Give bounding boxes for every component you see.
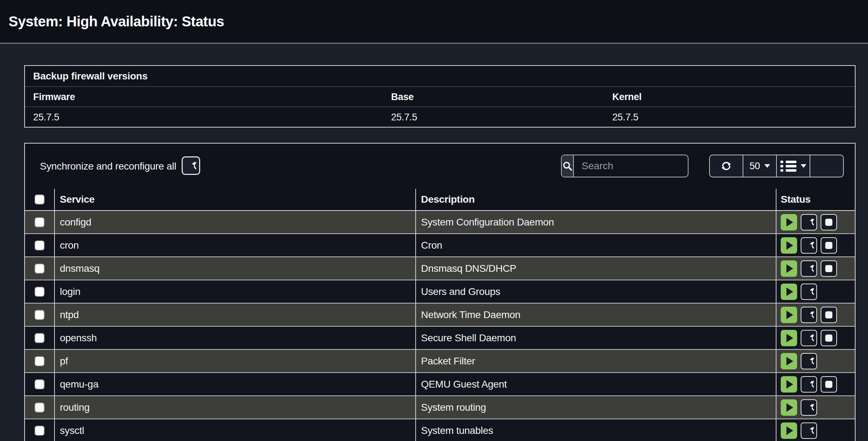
stop-button[interactable]	[821, 214, 837, 230]
start-button[interactable]	[781, 237, 797, 254]
start-button[interactable]	[781, 399, 797, 416]
table-row: cron Cron	[25, 234, 855, 257]
play-icon	[786, 241, 793, 250]
service-name: qemu-ga	[55, 373, 416, 395]
restart-button[interactable]	[801, 284, 817, 300]
service-description: Secure Shell Daemon	[416, 327, 776, 349]
col-header-service: Service	[55, 189, 416, 210]
sync-all-button[interactable]	[182, 156, 200, 175]
versions-col-kernel: Kernel	[612, 91, 641, 102]
row-checkbox[interactable]	[35, 264, 45, 274]
column-selector-dropdown[interactable]	[776, 155, 810, 177]
table-row: configd System Configuration Daemon	[25, 211, 855, 234]
service-description: System routing	[416, 396, 776, 419]
stop-button[interactable]	[821, 376, 837, 393]
row-checkbox[interactable]	[35, 240, 45, 250]
row-checkbox[interactable]	[35, 287, 45, 297]
stop-button[interactable]	[821, 237, 837, 254]
service-status-actions	[776, 257, 855, 280]
restart-button[interactable]	[801, 399, 817, 416]
caret-down-icon	[764, 164, 770, 168]
start-button[interactable]	[781, 422, 797, 439]
restart-button[interactable]	[801, 307, 817, 323]
service-description: Packet Filter	[416, 350, 776, 372]
row-checkbox[interactable]	[35, 310, 45, 320]
play-icon	[786, 264, 793, 273]
start-button[interactable]	[781, 376, 797, 393]
page-header: System: High Availability: Status	[0, 0, 868, 44]
service-status-actions	[776, 396, 855, 419]
reload-table-button[interactable]	[710, 155, 743, 177]
row-checkbox[interactable]	[35, 333, 45, 343]
versions-panel-title: Backup firewall versions	[25, 71, 147, 82]
service-status-actions	[776, 234, 855, 256]
service-name: sysctl	[55, 419, 416, 441]
start-button[interactable]	[781, 284, 797, 300]
service-description: System Configuration Daemon	[416, 211, 776, 233]
rotate-right-icon	[804, 217, 814, 227]
versions-col-firmware: Firmware	[33, 91, 75, 102]
row-checkbox-cell	[25, 280, 55, 303]
services-toolbar: Synchronize and reconfigure all	[25, 144, 855, 189]
col-header-description: Description	[416, 189, 776, 210]
stop-button[interactable]	[821, 307, 837, 323]
start-button[interactable]	[781, 330, 797, 346]
row-checkbox-cell	[25, 234, 55, 256]
restart-button[interactable]	[801, 214, 817, 230]
search-input[interactable]	[574, 155, 688, 177]
service-description: Dnsmasq DNS/DHCP	[416, 257, 776, 280]
select-all-checkbox[interactable]	[35, 194, 45, 204]
rotate-right-icon	[804, 426, 814, 435]
restart-button[interactable]	[801, 422, 817, 439]
play-icon	[786, 380, 793, 389]
rotate-right-icon	[804, 333, 814, 343]
play-icon	[786, 357, 793, 365]
services-table: Service Description Status configd Syste…	[25, 189, 855, 441]
service-name: routing	[55, 396, 416, 419]
start-button[interactable]	[781, 214, 797, 230]
service-description: Network Time Daemon	[416, 303, 776, 326]
rotate-right-icon	[804, 379, 814, 389]
row-checkbox[interactable]	[35, 356, 45, 366]
page-size-dropdown[interactable]: 50	[743, 155, 776, 177]
row-checkbox[interactable]	[35, 379, 45, 389]
versions-col-base: Base	[391, 91, 414, 102]
firmware-version: 25.7.5	[33, 111, 59, 123]
stop-button[interactable]	[821, 330, 837, 346]
versions-value-row: 25.7.5 25.7.5 25.7.5	[25, 107, 855, 127]
service-status-actions	[776, 419, 855, 441]
col-header-status: Status	[776, 189, 855, 210]
row-checkbox[interactable]	[35, 403, 45, 413]
service-description: Cron	[416, 234, 776, 256]
restart-button[interactable]	[801, 353, 817, 369]
start-button[interactable]	[781, 260, 797, 277]
page-title: System: High Availability: Status	[0, 14, 224, 30]
row-checkbox-cell	[25, 211, 55, 233]
restart-button[interactable]	[801, 237, 817, 254]
empty-toolbar-segment	[810, 155, 843, 177]
row-checkbox[interactable]	[35, 217, 45, 227]
table-row: login Users and Groups	[25, 280, 855, 303]
search-button[interactable]	[562, 155, 574, 177]
backup-versions-panel: Backup firewall versions Firmware Base K…	[24, 65, 856, 128]
search-box	[561, 155, 688, 177]
versions-panel-header: Backup firewall versions	[25, 66, 855, 86]
restart-button[interactable]	[801, 260, 817, 277]
row-checkbox-cell	[25, 396, 55, 419]
row-checkbox[interactable]	[35, 426, 45, 436]
restart-button[interactable]	[801, 330, 817, 346]
service-status-actions	[776, 280, 855, 303]
magnifier-icon	[562, 160, 573, 172]
row-checkbox-cell	[25, 327, 55, 349]
restart-button[interactable]	[801, 376, 817, 393]
start-button[interactable]	[781, 307, 797, 323]
table-controls-group: 50	[709, 155, 844, 177]
play-icon	[786, 311, 793, 319]
row-checkbox-cell	[25, 303, 55, 326]
service-status-actions	[776, 327, 855, 349]
service-name: openssh	[55, 327, 416, 349]
sync-all-label: Synchronize and reconfigure all	[40, 161, 176, 172]
stop-button[interactable]	[821, 260, 837, 277]
start-button[interactable]	[781, 353, 797, 369]
stop-icon	[825, 334, 832, 342]
